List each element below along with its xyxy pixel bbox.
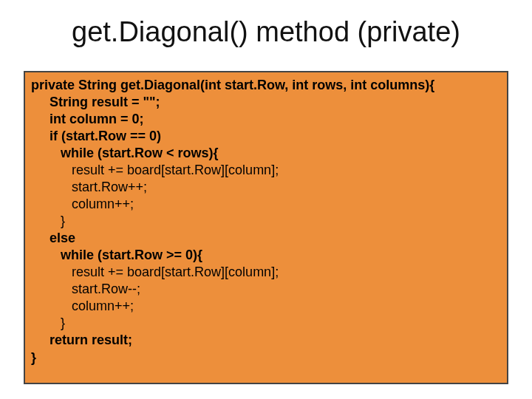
code-line: String result = ""; [31, 94, 501, 111]
code-line: result += board[start.Row][column]; [31, 264, 501, 281]
code-line: return result; [31, 332, 501, 349]
code-line: while (start.Row < rows){ [31, 145, 501, 162]
code-line: column++; [31, 298, 501, 315]
code-line: private String get.Diagonal(int start.Ro… [31, 77, 501, 94]
code-line: start.Row++; [31, 179, 501, 196]
code-block: private String get.Diagonal(int start.Ro… [24, 71, 508, 384]
code-line: while (start.Row >= 0){ [31, 247, 501, 264]
code-line: start.Row--; [31, 281, 501, 298]
code-line: if (start.Row == 0) [31, 128, 501, 145]
code-line: int column = 0; [31, 111, 501, 128]
page-title: get.Diagonal() method (private) [0, 0, 532, 55]
code-line: else [31, 230, 501, 247]
slide: get.Diagonal() method (private) private … [0, 0, 532, 399]
code-line: } [31, 315, 501, 332]
code-line: result += board[start.Row][column]; [31, 162, 501, 179]
code-line: } [31, 213, 501, 230]
code-line-last: } [31, 349, 501, 366]
code-line: column++; [31, 196, 501, 213]
